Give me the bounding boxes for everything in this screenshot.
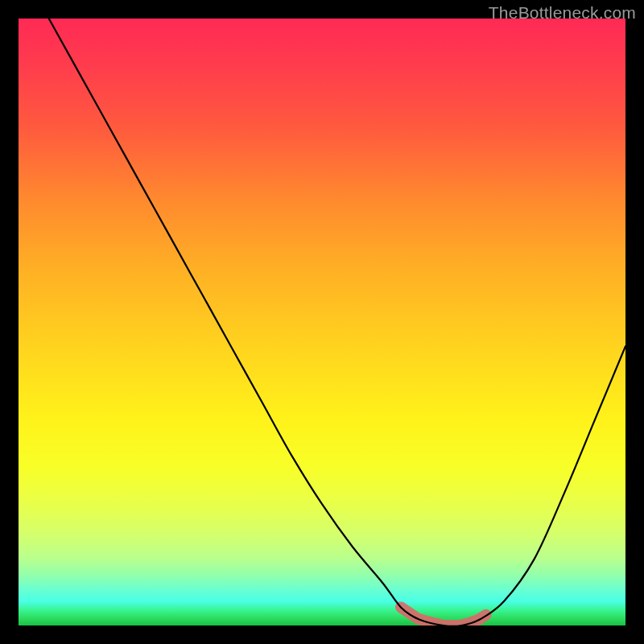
chart-container: TheBottleneck.com (0, 0, 644, 644)
plot-area (19, 19, 625, 625)
bottleneck-curve (49, 19, 625, 625)
highlight-segment (401, 607, 486, 625)
chart-svg (19, 19, 625, 625)
